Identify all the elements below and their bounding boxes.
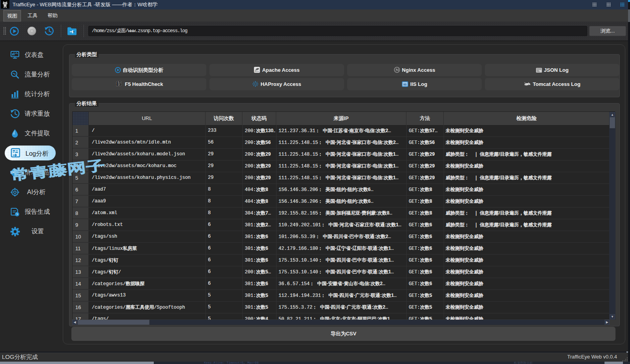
svg-text:Apache: Apache: [255, 71, 259, 72]
svg-text:IIS: IIS: [403, 83, 407, 86]
svg-text:f5: f5: [117, 80, 122, 87]
